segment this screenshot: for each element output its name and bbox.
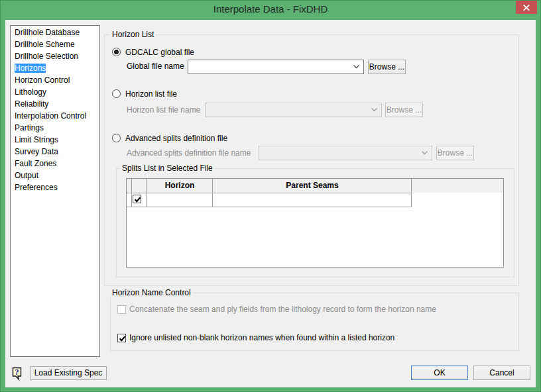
svg-text:?: ? [15,367,19,377]
